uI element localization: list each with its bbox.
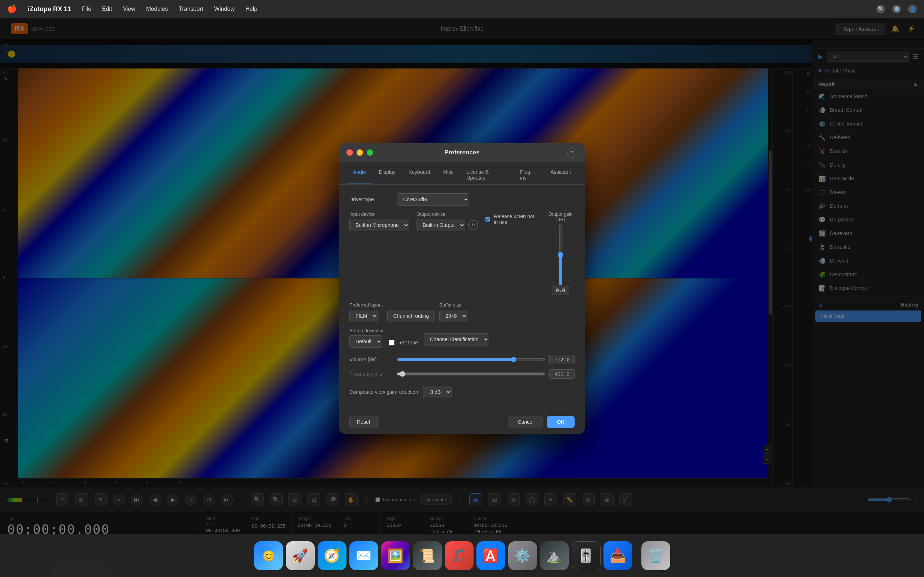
frequency-label: Frequency [Hz] <box>349 371 393 377</box>
volume-row: Volume [dB] -12.0 <box>349 355 575 364</box>
svg-text:😊: 😊 <box>262 550 275 562</box>
dock-photos[interactable]: 🖼️ <box>381 541 410 570</box>
release-checkbox[interactable] <box>485 216 490 222</box>
modal-min-btn[interactable] <box>357 149 363 156</box>
output-device-label: Output device <box>417 211 478 217</box>
edit-menu[interactable]: Edit <box>102 6 112 12</box>
test-tone-checkbox[interactable] <box>389 340 394 345</box>
input-device-select[interactable]: Built-in Microphone <box>349 219 409 231</box>
release-label: Release when not in use <box>494 213 539 225</box>
output-device-select[interactable]: Built-in Output <box>417 219 465 231</box>
view-menu[interactable]: View <box>123 6 135 12</box>
input-device-col: Input device Built-in Microphone <box>349 211 409 231</box>
test-tone-label: Test tone <box>397 340 418 345</box>
app-name[interactable]: iZotope RX 11 <box>28 5 71 13</box>
driver-type-label: Driver type <box>349 197 393 202</box>
dock-mtn[interactable]: ⛰️ <box>540 541 569 570</box>
dock-mail[interactable]: ✉️ <box>349 541 378 570</box>
dock-migrate[interactable]: 📥 <box>604 541 632 570</box>
modal-tabs: Audio Display Keyboard Misc License & Up… <box>339 162 585 185</box>
stereo-downmix-label: Stereo downmix <box>349 328 383 333</box>
driver-type-select[interactable]: CoreAudio <box>397 193 469 206</box>
volume-label: Volume [dB] <box>349 357 393 363</box>
buffer-size-select[interactable]: 2048 <box>439 310 467 322</box>
dock-script-editor[interactable]: 📜 <box>413 541 442 570</box>
test-tone-col: Test tone <box>389 340 418 345</box>
release-checkbox-col: Release when not in use <box>485 213 539 225</box>
buffer-size-label: Buffer size <box>439 302 467 308</box>
volume-value-display: -12.0 <box>549 355 575 364</box>
preferences-modal: Preferences ? Audio Display Keyboard Mis… <box>339 143 585 434</box>
cancel-button[interactable]: Cancel <box>509 416 543 428</box>
frequency-value-display: 400.0 <box>549 369 575 379</box>
tab-plugins[interactable]: Plug-ins <box>514 166 544 184</box>
output-gain-area: Output gain [dB] 0.0 <box>546 211 575 297</box>
menubar-right: 🔍 ⚙️ 👤 <box>876 5 917 13</box>
file-menu[interactable]: File <box>82 6 91 12</box>
modal-title: Preferences <box>347 149 577 156</box>
window-menu[interactable]: Window <box>214 6 234 12</box>
modal-overlay[interactable]: Preferences ? Audio Display Keyboard Mis… <box>0 0 924 577</box>
menubar: 🍎 iZotope RX 11 File Edit View Modules T… <box>0 0 924 18</box>
reset-button[interactable]: Reset <box>349 416 378 428</box>
modal-max-btn[interactable] <box>367 149 373 156</box>
user-icon[interactable]: 👤 <box>908 5 917 13</box>
volume-slider[interactable] <box>397 357 545 363</box>
release-checkbox-row: Release when not in use <box>485 213 539 225</box>
tab-license[interactable]: License & Updates <box>460 166 513 184</box>
modal-titlebar: Preferences ? <box>339 143 585 162</box>
ok-button[interactable]: OK <box>547 416 575 428</box>
help-menu[interactable]: Help <box>246 6 257 12</box>
frequency-row: Frequency [Hz] 400.0 <box>349 369 575 379</box>
composite-gain-select[interactable]: -3 dB <box>423 386 452 398</box>
composite-gain-row: Composite view gain reduction -3 dB <box>349 386 575 398</box>
help-button[interactable]: ? <box>567 148 577 158</box>
tab-audio[interactable]: Audio <box>347 166 373 184</box>
dock-sys-prefs[interactable]: ⚙️ <box>508 541 537 570</box>
modal-body: Driver type CoreAudio Input device Built… <box>339 185 585 410</box>
channel-id-select[interactable]: Channel Identification <box>424 333 489 345</box>
modal-window-controls <box>347 149 373 156</box>
buffer-size-col: Buffer size 2048 <box>439 302 467 322</box>
dock-finder[interactable]: 😊 <box>254 541 283 570</box>
search-icon[interactable]: 🔍 <box>876 5 885 13</box>
channel-routing-button[interactable]: Channel routing <box>387 310 435 322</box>
tab-display[interactable]: Display <box>373 166 402 184</box>
stereo-downmix-select[interactable]: Default <box>349 335 382 348</box>
output-gain-label: Output gain [dB] <box>546 211 575 222</box>
frequency-slider[interactable] <box>397 371 545 377</box>
stereo-downmix-col: Stereo downmix Default <box>349 328 383 348</box>
transport-menu[interactable]: Transport <box>179 6 203 12</box>
output-gain-slider[interactable] <box>555 224 566 285</box>
dock-music[interactable]: 🎵 <box>445 541 473 570</box>
tab-misc[interactable]: Misc <box>437 166 460 184</box>
preferred-layout-label: Preferred layout <box>349 302 383 308</box>
apple-menu[interactable]: 🍎 <box>7 4 17 14</box>
stereo-tone-row: Stereo downmix Default Test tone Channel… <box>349 328 575 348</box>
modal-close-btn[interactable] <box>347 149 353 156</box>
dock: 😊 🚀 🧭 ✉️ 🖼️ 📜 🎵 🅰️ ⚙️ ⛰️ 🎚️ 📥 🗑️ <box>0 534 924 577</box>
control-center-icon[interactable]: ⚙️ <box>892 5 901 13</box>
output-device-col: Output device Built-in Output ↻ <box>417 211 478 231</box>
dock-launchpad[interactable]: 🚀 <box>286 541 315 570</box>
layout-routing-row: Preferred layout FILM Channel routing Bu… <box>349 302 575 322</box>
tab-keyboard[interactable]: Keyboard <box>402 166 437 184</box>
input-device-label: Input device <box>349 211 409 217</box>
modal-footer: Reset Cancel OK <box>339 410 585 434</box>
dock-safari[interactable]: 🧭 <box>318 541 347 570</box>
gain-value-display: 0.0 <box>552 285 569 295</box>
modules-menu[interactable]: Modules <box>146 6 168 12</box>
preferred-layout-col: Preferred layout FILM <box>349 302 383 322</box>
dock-app-store[interactable]: 🅰️ <box>477 541 505 570</box>
vertical-slider-area: 0.0 <box>552 224 569 297</box>
refresh-output-icon[interactable]: ↻ <box>468 220 478 230</box>
io-row: Input device Built-in Microphone Output … <box>349 211 575 297</box>
dock-izotope[interactable]: 🎚️ <box>572 541 601 570</box>
driver-type-row: Driver type CoreAudio <box>349 193 575 206</box>
dock-trash[interactable]: 🗑️ <box>641 541 670 570</box>
modal-btn-group: Cancel OK <box>509 416 575 428</box>
tab-assistant[interactable]: Assistant <box>544 166 577 184</box>
preferred-layout-select[interactable]: FILM <box>349 310 378 322</box>
composite-gain-label: Composite view gain reduction <box>349 389 418 395</box>
